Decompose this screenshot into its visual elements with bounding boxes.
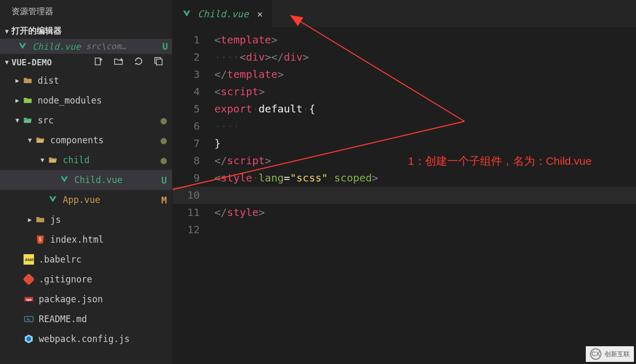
tree-folder-child[interactable]: ▼ child ●	[0, 150, 172, 170]
babel-icon: BABEL	[23, 254, 35, 265]
html-icon: 5	[35, 234, 46, 245]
tree-file-child-vue[interactable]: Child.vue U	[0, 170, 172, 190]
git-icon	[23, 274, 35, 285]
tree-file-gitignore[interactable]: .gitignore	[0, 269, 172, 289]
open-editors-header[interactable]: ▼ 打开的编辑器	[0, 24, 172, 39]
tree-folder-components[interactable]: ▼ components ●	[0, 130, 172, 150]
code-content[interactable]: <template> ····<div></div> </template> <…	[214, 27, 636, 364]
tab-child-vue[interactable]: Child.vue ✕	[173, 0, 272, 27]
explorer-sidebar: 资源管理器 ▼ 打开的编辑器 Child.vue src\com… U ▼ VU…	[0, 0, 173, 364]
folder-icon	[22, 95, 33, 106]
chevron-right-icon: ▶	[13, 77, 22, 84]
svg-rect-2	[95, 58, 100, 65]
vue-icon	[59, 175, 70, 185]
project-header[interactable]: ▼ VUE-DEMO	[0, 54, 172, 71]
chevron-down-icon: ▼	[25, 136, 35, 144]
tree-label: .babelrc	[39, 254, 82, 265]
watermark: CX 创新互联	[586, 346, 634, 362]
tree-label: Child.vue	[74, 175, 122, 185]
chevron-right-icon: ▶	[25, 216, 35, 223]
git-modified-dot: ●	[161, 114, 167, 127]
folder-icon	[22, 75, 33, 86]
open-editor-filename: Child.vue	[32, 41, 81, 52]
svg-rect-9	[156, 59, 162, 65]
close-icon[interactable]: ✕	[257, 8, 263, 19]
sidebar-title: 资源管理器	[0, 0, 172, 24]
tree-label: package.json	[39, 294, 103, 304]
svg-text:npm: npm	[26, 298, 32, 302]
open-editor-status: U	[162, 41, 168, 52]
tree-folder-js[interactable]: ▶ js	[0, 210, 172, 230]
project-name: VUE-DEMO	[12, 58, 52, 67]
tree-folder-dist[interactable]: ▶ dist	[0, 71, 172, 90]
tree-file-package-json[interactable]: npm package.json	[0, 289, 172, 309]
tree-label: components	[50, 135, 104, 145]
folder-open-icon	[47, 155, 59, 165]
annotation-text: 1：创建一个子组件，名为：Child.vue	[408, 154, 592, 168]
watermark-icon: CX	[590, 348, 601, 360]
tree-label: js	[50, 214, 61, 225]
git-status-u: U	[161, 175, 167, 186]
folder-open-icon	[35, 135, 46, 145]
vue-icon	[182, 9, 191, 19]
tree-label: README.md	[39, 314, 87, 324]
chevron-right-icon: ▶	[13, 97, 22, 104]
code-editor[interactable]: 123 456 789 101112 <template> ····<div><…	[173, 27, 636, 364]
tab-title: Child.vue	[198, 8, 249, 19]
chevron-down-icon: ▼	[2, 59, 12, 66]
tree-label: .gitignore	[39, 274, 92, 285]
tree-label: child	[63, 155, 89, 165]
markdown-icon: M↓	[23, 314, 35, 324]
git-modified-dot: ●	[161, 134, 167, 146]
refresh-icon[interactable]	[133, 56, 144, 69]
open-editor-item[interactable]: Child.vue src\com… U	[0, 39, 172, 54]
tree-label: App.vue	[63, 195, 100, 205]
tree-file-index-html[interactable]: 5 index.html	[0, 230, 172, 249]
new-folder-icon[interactable]	[113, 56, 124, 69]
chevron-down-icon: ▼	[38, 156, 47, 164]
tree-file-babelrc[interactable]: BABEL .babelrc	[0, 249, 172, 269]
tree-label: index.html	[50, 234, 104, 245]
editor-area: Child.vue ✕ 123 456 789 101112 <template…	[173, 0, 636, 364]
webpack-icon	[23, 334, 35, 344]
collapse-icon[interactable]	[153, 56, 164, 69]
open-editors-label: 打开的编辑器	[12, 26, 62, 37]
tree-label: webpack.config.js	[39, 334, 130, 344]
chevron-down-icon: ▼	[13, 117, 22, 124]
file-tree: ▶ dist ▶ node_modules ▼ src ● ▼ componen…	[0, 71, 172, 349]
svg-text:BABEL: BABEL	[25, 258, 35, 262]
svg-rect-17	[24, 274, 34, 285]
tree-label: dist	[38, 75, 59, 86]
line-number-gutter: 123 456 789 101112	[173, 27, 214, 364]
tree-file-readme[interactable]: M↓ README.md	[0, 309, 172, 329]
vue-icon	[18, 42, 27, 51]
svg-text:M↓: M↓	[27, 318, 30, 321]
tree-file-app-vue[interactable]: App.vue M	[0, 190, 172, 210]
tree-folder-src[interactable]: ▼ src ●	[0, 110, 172, 130]
watermark-text: 创新互联	[605, 350, 630, 359]
tab-bar: Child.vue ✕	[173, 0, 636, 27]
chevron-down-icon: ▼	[2, 28, 12, 35]
svg-text:5: 5	[39, 237, 41, 242]
folder-icon	[35, 214, 46, 225]
tree-label: src	[38, 115, 54, 126]
git-status-m: M	[161, 195, 167, 206]
open-editor-path: src\com…	[86, 41, 159, 51]
project-actions	[94, 56, 168, 69]
tree-folder-node-modules[interactable]: ▶ node_modules	[0, 90, 172, 110]
vue-icon	[47, 195, 59, 204]
tree-file-webpack[interactable]: webpack.config.js	[0, 329, 172, 349]
tree-label: node_modules	[38, 95, 102, 106]
new-file-icon[interactable]	[94, 56, 104, 69]
git-modified-dot: ●	[161, 154, 167, 166]
npm-icon: npm	[23, 294, 35, 304]
folder-open-icon	[22, 115, 33, 126]
